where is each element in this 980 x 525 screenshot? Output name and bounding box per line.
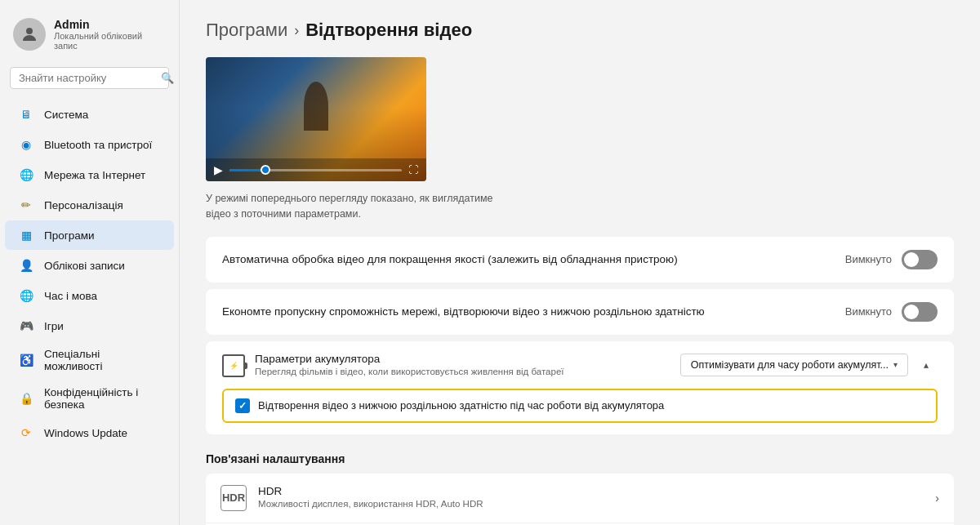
related-row-hdr[interactable]: HDR HDR Можливості дисплея, використання…	[206, 474, 954, 523]
related-left-hdr: HDR HDR Можливості дисплея, використання…	[220, 485, 483, 511]
breadcrumb: Програми › Відтворення відео	[206, 20, 954, 41]
settings-card: Автоматична обробка відео для покращення…	[206, 237, 954, 283]
sidebar-item-personalization[interactable]: ✏ Персоналізація	[5, 190, 174, 220]
search-icon: 🔍	[161, 72, 174, 84]
sistema-nav-icon: 🖥	[18, 106, 34, 122]
fullscreen-button[interactable]: ⛶	[408, 164, 418, 176]
sidebar-item-games[interactable]: 🎮 Ігри	[5, 311, 174, 340]
sidebar-item-update[interactable]: ⟳ Windows Update	[5, 418, 174, 447]
breadcrumb-parent[interactable]: Програми	[206, 20, 287, 41]
settings-row-auto-process: Автоматична обробка відео для покращення…	[206, 237, 954, 283]
related-title: Пов'язані налаштування	[206, 452, 954, 465]
checkbox-row: ✓ Відтворення відео з нижчою роздільною …	[222, 389, 938, 423]
accounts-nav-icon: 👤	[18, 257, 34, 274]
battery-title: Параметри акумулятора	[255, 353, 564, 365]
battery-right: Оптимізувати для часу роботи акумулят...…	[680, 354, 938, 376]
battery-row: ⚡ Параметри акумулятора Перегляд фільмів…	[206, 341, 954, 389]
video-figure	[304, 82, 328, 131]
battery-dropdown[interactable]: Оптимізувати для часу роботи акумулят...…	[680, 354, 908, 376]
user-section: Admin Локальний обліковий запис	[0, 10, 179, 64]
battery-icon-inner: ⚡	[229, 362, 238, 370]
personalization-nav-icon: ✏	[18, 197, 34, 213]
hdr-icon: HDR	[220, 485, 247, 511]
sidebar-item-label: Персоналізація	[44, 199, 123, 211]
user-role: Локальний обліковий запис	[54, 31, 166, 51]
bandwidth-status: Вимкнуто	[845, 305, 892, 318]
auto-process-right: Вимкнуто	[845, 250, 938, 269]
accessibility-nav-icon: ♿	[18, 352, 34, 368]
main-content: Програми › Відтворення відео ▶ ⛶ У режим…	[180, 0, 980, 525]
auto-process-toggle[interactable]	[902, 250, 938, 269]
collapse-button[interactable]: ▴	[915, 354, 938, 376]
battery-icon: ⚡	[222, 354, 245, 377]
chevron-up-icon: ▴	[924, 359, 929, 371]
progress-filled	[229, 169, 261, 171]
search-box[interactable]: 🔍	[10, 67, 169, 89]
sidebar-item-time[interactable]: 🌐 Час і мова	[5, 281, 174, 310]
video-controls: ▶ ⛶	[206, 158, 426, 181]
sidebar-item-label: Система	[44, 109, 88, 121]
battery-subtitle: Перегляд фільмів і відео, коли використо…	[255, 367, 564, 376]
sidebar-item-label: Облікові записи	[44, 260, 125, 272]
progress-bar[interactable]	[229, 169, 402, 171]
battery-text: Параметри акумулятора Перегляд фільмів і…	[255, 353, 564, 376]
sidebar-item-privacy[interactable]: 🔒 Конфіденційність і безпека	[5, 380, 174, 417]
battery-card: ⚡ Параметри акумулятора Перегляд фільмів…	[206, 341, 954, 434]
sidebar-item-network[interactable]: 🌐 Мережа та Інтернет	[5, 160, 174, 189]
hdr-text: HDR Можливості дисплея, використання HDR…	[258, 485, 483, 509]
progress-thumb	[261, 165, 270, 175]
checkbox-lower-res[interactable]: ✓	[235, 398, 250, 413]
time-nav-icon: 🌐	[18, 287, 34, 304]
hdr-icon-text: HDR	[222, 492, 245, 504]
hdr-title: HDR	[258, 485, 483, 497]
dropdown-value: Оптимізувати для часу роботи акумулят...	[691, 359, 889, 371]
chevron-right-icon: ›	[935, 492, 939, 505]
user-name: Admin	[54, 18, 166, 31]
bandwidth-label: Економте пропускну спроможність мережі, …	[222, 305, 845, 318]
apps-nav-icon: ▦	[18, 227, 34, 243]
checkmark-icon: ✓	[238, 400, 247, 412]
svg-point-0	[26, 28, 33, 34]
privacy-nav-icon: 🔒	[18, 390, 34, 407]
video-preview: ▶ ⛶	[206, 57, 426, 181]
auto-process-label: Автоматична обробка відео для покращення…	[222, 253, 845, 265]
checkbox-label: Відтворення відео з нижчою роздільною зд…	[258, 399, 664, 412]
chevron-down-icon: ▾	[893, 360, 898, 369]
settings-row-bandwidth: Економте пропускну спроможність мережі, …	[206, 289, 954, 335]
video-caption: У режимі попереднього перегляду показано…	[206, 191, 516, 222]
toggle-knob	[904, 252, 919, 267]
update-nav-icon: ⟳	[18, 425, 34, 441]
breadcrumb-current: Відтворення відео	[305, 20, 472, 41]
sidebar-item-label: Час і мова	[44, 290, 97, 302]
nav-menu: 🖥 Система ◉ Bluetooth та пристрої 🌐 Мере…	[0, 99, 179, 448]
breadcrumb-separator: ›	[294, 22, 299, 39]
auto-process-status: Вимкнуто	[845, 253, 892, 265]
sidebar: Admin Локальний обліковий запис 🔍 🖥 Сист…	[0, 0, 180, 525]
search-input[interactable]	[19, 72, 156, 84]
bluetooth-nav-icon: ◉	[18, 136, 34, 153]
sidebar-item-label: Bluetooth та пристрої	[44, 139, 152, 151]
related-card: HDR HDR Можливості дисплея, використання…	[206, 474, 954, 526]
bandwidth-right: Вимкнуто	[845, 302, 938, 322]
hdr-subtitle: Можливості дисплея, використання HDR, Au…	[258, 499, 483, 509]
sidebar-item-bluetooth[interactable]: ◉ Bluetooth та пристрої	[5, 130, 174, 159]
play-button[interactable]: ▶	[214, 163, 223, 176]
sidebar-item-label: Спеціальні можливості	[44, 348, 161, 372]
sidebar-item-label: Мережа та Інтернет	[44, 169, 145, 181]
sidebar-item-label: Ігри	[44, 320, 64, 332]
sidebar-item-sistema[interactable]: 🖥 Система	[5, 100, 174, 129]
battery-left: ⚡ Параметри акумулятора Перегляд фільмів…	[222, 353, 564, 377]
sidebar-item-accounts[interactable]: 👤 Облікові записи	[5, 251, 174, 280]
user-info: Admin Локальний обліковий запис	[54, 18, 166, 51]
toggle-knob-bandwidth	[904, 305, 919, 319]
bandwidth-toggle[interactable]	[902, 302, 938, 322]
sidebar-item-accessibility[interactable]: ♿ Спеціальні можливості	[5, 341, 174, 379]
sidebar-item-label: Windows Update	[44, 427, 127, 439]
sidebar-item-label: Конфіденційність і безпека	[44, 386, 161, 411]
avatar	[13, 18, 46, 51]
sidebar-item-apps[interactable]: ▦ Програми	[5, 220, 174, 250]
sidebar-item-label: Програми	[44, 229, 94, 242]
network-nav-icon: 🌐	[18, 167, 34, 183]
bandwidth-card: Економте пропускну спроможність мережі, …	[206, 289, 954, 335]
games-nav-icon: 🎮	[18, 318, 34, 334]
